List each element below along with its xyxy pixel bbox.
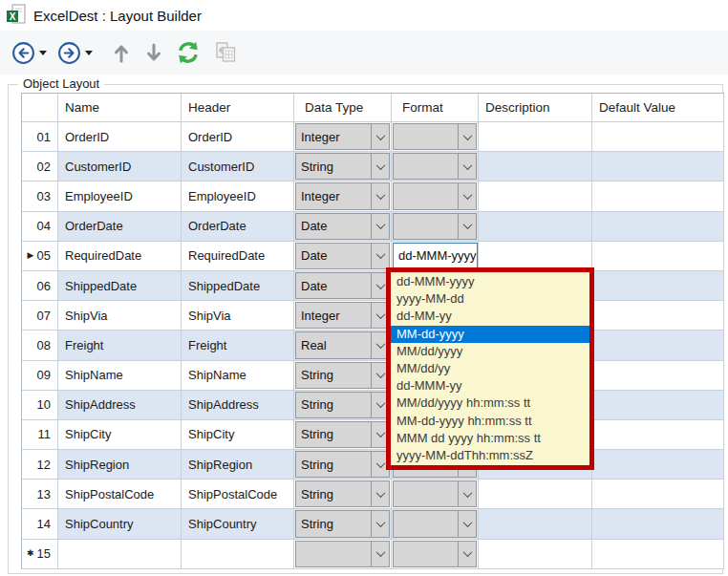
back-dropdown-button[interactable] bbox=[36, 41, 50, 64]
excel-copy-button[interactable] bbox=[212, 39, 239, 66]
combo-dropdown-button[interactable] bbox=[458, 214, 476, 239]
data-type-combobox[interactable]: String bbox=[295, 392, 390, 418]
header-cell[interactable]: OrderID bbox=[182, 122, 294, 152]
back-button[interactable] bbox=[10, 39, 36, 66]
row-selector[interactable]: 12 bbox=[22, 450, 58, 480]
header-cell[interactable]: ShipCity bbox=[182, 420, 294, 450]
data-type-combobox[interactable]: Date bbox=[295, 243, 390, 269]
default-value-cell[interactable] bbox=[592, 181, 724, 211]
default-value-cell[interactable] bbox=[592, 301, 724, 331]
format-dropdown-item[interactable]: dd-MMM-yy bbox=[391, 377, 589, 395]
row-selector[interactable]: 14 bbox=[22, 509, 58, 539]
header-cell[interactable]: ShippedDate bbox=[182, 271, 294, 301]
row-selector[interactable]: ▶ 05 bbox=[22, 242, 58, 271]
data-type-combobox[interactable]: String bbox=[295, 451, 390, 478]
format-dropdown-item[interactable]: yyyy-MM-dd bbox=[391, 290, 589, 308]
data-type-combobox[interactable]: Date bbox=[295, 213, 390, 240]
format-dropdown-item[interactable]: MM/dd/yyyy hh:mm:ss tt bbox=[391, 395, 589, 412]
default-value-cell[interactable] bbox=[592, 450, 724, 480]
default-value-cell[interactable] bbox=[592, 540, 724, 569]
description-cell[interactable] bbox=[479, 122, 592, 152]
row-selector[interactable]: 10 bbox=[22, 391, 58, 420]
row-selector[interactable]: 04 bbox=[22, 212, 58, 242]
data-type-combobox[interactable] bbox=[295, 541, 390, 567]
name-cell[interactable]: Freight bbox=[58, 331, 182, 360]
row-selector[interactable]: 02 bbox=[22, 152, 58, 181]
format-combobox[interactable] bbox=[393, 182, 477, 209]
default-value-cell[interactable] bbox=[592, 152, 724, 181]
data-type-combobox[interactable]: Integer bbox=[295, 182, 390, 209]
name-cell[interactable]: ShipRegion bbox=[58, 450, 182, 480]
name-cell[interactable]: ShipPostalCode bbox=[58, 480, 182, 509]
format-combobox[interactable] bbox=[393, 153, 477, 180]
format-dropdown-item[interactable]: MM-dd-yyyy bbox=[391, 326, 589, 343]
default-value-cell[interactable] bbox=[592, 122, 724, 152]
combo-dropdown-button[interactable] bbox=[371, 183, 389, 208]
format-dropdown-list[interactable]: dd-MMM-yyyy yyyy-MM-dd dd-MM-yy MM-dd-yy… bbox=[391, 273, 589, 464]
name-cell[interactable]: ShipCity bbox=[58, 420, 182, 450]
name-cell[interactable]: ShipAddress bbox=[58, 391, 182, 420]
name-cell[interactable]: RequiredDate bbox=[58, 242, 182, 271]
refresh-button[interactable] bbox=[174, 38, 203, 67]
column-header-default-value[interactable]: Default Value bbox=[592, 94, 724, 122]
default-value-cell[interactable] bbox=[592, 242, 724, 271]
column-header-rownum[interactable] bbox=[22, 94, 58, 122]
move-up-button[interactable] bbox=[109, 39, 134, 66]
combo-dropdown-button[interactable] bbox=[371, 244, 389, 268]
format-dropdown-item[interactable]: dd-MM-yy bbox=[391, 308, 589, 325]
default-value-cell[interactable] bbox=[592, 480, 724, 509]
forward-button[interactable] bbox=[55, 39, 82, 66]
data-type-combobox[interactable]: String bbox=[295, 153, 390, 180]
format-dropdown-item[interactable]: yyyy-MM-ddThh:mm:ssZ bbox=[391, 447, 589, 464]
header-cell[interactable]: ShipRegion bbox=[182, 450, 294, 480]
row-selector[interactable]: 01 bbox=[22, 122, 58, 152]
description-cell[interactable] bbox=[479, 152, 592, 181]
default-value-cell[interactable] bbox=[592, 420, 724, 450]
data-type-combobox[interactable]: String bbox=[295, 421, 390, 448]
header-cell[interactable]: ShipPostalCode bbox=[182, 480, 294, 509]
default-value-cell[interactable] bbox=[592, 361, 724, 391]
format-combobox[interactable] bbox=[393, 123, 477, 150]
combo-dropdown-button[interactable] bbox=[458, 542, 476, 566]
header-cell[interactable]: OrderDate bbox=[182, 212, 294, 242]
format-dropdown-item[interactable]: dd-MMM-yyyy bbox=[391, 273, 589, 290]
default-value-cell[interactable] bbox=[592, 271, 724, 301]
format-dropdown-item[interactable]: MM/dd/yy bbox=[391, 360, 589, 377]
row-selector[interactable]: 13 bbox=[22, 480, 58, 509]
header-cell[interactable]: EmployeeID bbox=[182, 181, 294, 211]
row-selector[interactable]: 08 bbox=[22, 331, 58, 360]
name-cell[interactable] bbox=[58, 540, 182, 569]
name-cell[interactable]: ShippedDate bbox=[58, 271, 182, 301]
data-type-combobox[interactable]: String bbox=[295, 362, 390, 389]
description-cell[interactable] bbox=[479, 181, 592, 211]
combo-dropdown-button[interactable] bbox=[371, 124, 389, 149]
format-dropdown-item[interactable]: MM-dd-yyyy hh:mm:ss tt bbox=[391, 413, 589, 430]
default-value-cell[interactable] bbox=[592, 391, 724, 420]
combo-dropdown-button[interactable] bbox=[458, 481, 476, 506]
header-cell[interactable]: ShipVia bbox=[182, 301, 294, 331]
column-header-format[interactable]: Format bbox=[392, 94, 479, 122]
header-cell[interactable]: CustomerID bbox=[182, 152, 294, 181]
combo-dropdown-button[interactable] bbox=[371, 214, 389, 239]
combo-dropdown-button[interactable] bbox=[371, 154, 389, 179]
format-dropdown-item[interactable]: MMM dd yyyy hh:mm:ss tt bbox=[391, 430, 589, 447]
header-cell[interactable]: ShipName bbox=[182, 361, 294, 391]
name-cell[interactable]: OrderDate bbox=[58, 212, 182, 242]
combo-dropdown-button[interactable] bbox=[371, 511, 389, 536]
combo-dropdown-button[interactable] bbox=[458, 154, 476, 179]
description-cell[interactable] bbox=[479, 212, 592, 242]
forward-dropdown-button[interactable] bbox=[82, 41, 96, 64]
name-cell[interactable]: OrderID bbox=[58, 122, 182, 152]
name-cell[interactable]: ShipCountry bbox=[58, 509, 182, 539]
row-selector[interactable]: 09 bbox=[22, 361, 58, 391]
header-cell[interactable]: ShipAddress bbox=[182, 391, 294, 420]
data-type-combobox[interactable]: String bbox=[295, 480, 390, 507]
row-selector[interactable]: 03 bbox=[22, 181, 58, 211]
data-type-combobox[interactable]: Date bbox=[295, 272, 390, 299]
name-cell[interactable]: CustomerID bbox=[58, 152, 182, 181]
column-header-header[interactable]: Header bbox=[182, 94, 294, 122]
header-cell[interactable] bbox=[182, 540, 294, 569]
format-combobox[interactable] bbox=[393, 541, 477, 567]
header-cell[interactable]: ShipCountry bbox=[182, 509, 294, 539]
row-selector[interactable]: 07 bbox=[22, 301, 58, 331]
